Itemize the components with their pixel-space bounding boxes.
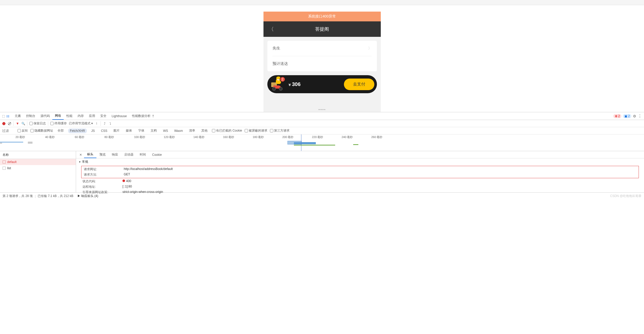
settings-icon[interactable]: ⚙ xyxy=(633,114,636,118)
timeline-tick: 20 毫秒 xyxy=(15,135,25,139)
filter-media[interactable]: 媒体 xyxy=(124,128,134,133)
invert-checkbox[interactable]: 反转 xyxy=(18,129,28,133)
filter-manifest[interactable]: 清单 xyxy=(187,128,197,133)
remote-addr-label: 远程地址: xyxy=(82,185,122,189)
remote-addr-value: [::1]:80 xyxy=(122,185,132,189)
device-toggle-icon[interactable]: ⫿⫿ xyxy=(6,114,10,118)
request-list: 名称 default list xyxy=(0,151,76,192)
detail-tab-response[interactable]: 响应 xyxy=(109,151,121,158)
download-icon[interactable]: ⤵ xyxy=(109,122,112,125)
tab-lighthouse[interactable]: Lighthouse xyxy=(109,112,129,120)
eta-row: 预计送达 xyxy=(273,56,372,71)
request-icon xyxy=(3,167,6,170)
filter-all[interactable]: 全部 xyxy=(56,128,65,133)
watermark: CSDN @吃饱饱坏蜀黍 xyxy=(610,194,641,198)
timeline-tick: 240 毫秒 xyxy=(342,135,353,139)
filter-input[interactable] xyxy=(2,129,15,133)
throttle-select[interactable]: 已停用节流模式 ▾ xyxy=(69,121,93,126)
record-button[interactable] xyxy=(2,122,6,125)
request-detail-pane: ✕ 标头 预览 响应 启动器 时间 Cookie ▼ 常规 请求网址:http:… xyxy=(76,151,644,192)
timeline-tick: 60 毫秒 xyxy=(75,135,84,139)
pay-button[interactable]: 去支付 xyxy=(344,79,374,90)
filter-ws[interactable]: WS xyxy=(161,129,170,133)
info-badge[interactable]: ▣ 2 xyxy=(623,114,631,118)
filter-img[interactable]: 图片 xyxy=(112,128,121,133)
filter-fetch-xhr[interactable]: Fetch/XHR xyxy=(68,129,87,133)
cart-bar: 2 ￥306 去支付 xyxy=(267,75,377,93)
tab-network[interactable]: 网络 xyxy=(52,112,64,120)
devtools-tabs: ⬚ ⫿⫿ 元素 控制台 源代码 网络 性能 内存 应用 安全 Lighthous… xyxy=(0,112,644,120)
preserve-log-checkbox[interactable]: 保留日志 xyxy=(29,121,46,126)
status-code-value: 400 xyxy=(122,179,131,184)
order-card: 先生 〉 预计送达 xyxy=(267,41,377,71)
addressee-label: 先生 xyxy=(273,46,280,51)
addressee-row[interactable]: 先生 〉 xyxy=(273,41,372,56)
tab-profiler[interactable]: 性能数据分析 ⭱ xyxy=(129,112,157,120)
third-party-checkbox[interactable]: 第三方请求 xyxy=(270,129,290,133)
triangle-down-icon: ▼ xyxy=(79,161,81,163)
filter-js[interactable]: JS xyxy=(89,129,97,133)
detail-tabs: ✕ 标头 预览 响应 启动器 时间 Cookie xyxy=(76,151,644,158)
filter-other[interactable]: 其他 xyxy=(200,128,209,133)
filter-toggle-icon[interactable]: ▼ xyxy=(16,122,19,125)
blocked-cookies-checkbox[interactable]: 有已拦截的 Cookie xyxy=(212,129,242,133)
timeline-tick: 80 毫秒 xyxy=(104,135,114,139)
detail-tab-headers[interactable]: 标头 xyxy=(84,151,96,158)
referrer-policy-value: strict-origin-when-cross-origin xyxy=(122,190,163,194)
request-row-list[interactable]: list xyxy=(0,165,76,171)
back-arrow-icon[interactable]: 〈 xyxy=(269,26,274,33)
timeline-tick: 200 毫秒 xyxy=(282,135,293,139)
eta-label: 预计送达 xyxy=(273,61,288,66)
detail-tab-preview[interactable]: 预览 xyxy=(96,151,109,158)
tab-performance[interactable]: 性能 xyxy=(64,112,75,120)
tab-console[interactable]: 控制台 xyxy=(23,112,38,120)
request-count: 第 2 项请求，共 28 项 xyxy=(3,194,33,198)
tab-elements[interactable]: 元素 xyxy=(12,112,23,120)
chevron-right-icon: 〉 xyxy=(368,46,372,51)
tab-memory[interactable]: 内存 xyxy=(75,112,86,120)
tab-security[interactable]: 安全 xyxy=(98,112,109,120)
app-header: 〈 菩提阁 xyxy=(263,21,381,37)
upload-icon[interactable]: ⤴ xyxy=(103,122,106,125)
highlighted-request-info: 请求网址:http://localhost/addressBook/defaul… xyxy=(81,166,639,178)
detail-tab-cookies[interactable]: Cookie xyxy=(149,151,165,158)
filter-doc[interactable]: 文档 xyxy=(149,128,159,133)
network-timeline[interactable]: 20 毫秒40 毫秒60 毫秒80 毫秒100 毫秒120 毫秒140 毫秒16… xyxy=(0,134,644,151)
search-icon[interactable]: 🔍 xyxy=(21,122,25,125)
more-icon[interactable]: ⋮ xyxy=(638,114,642,118)
detail-tab-timing[interactable]: 时间 xyxy=(137,151,149,158)
timeline-tick: 220 毫秒 xyxy=(312,135,323,139)
timeline-tick: 100 毫秒 xyxy=(134,135,145,139)
timeline-tick: 160 毫秒 xyxy=(223,135,234,139)
filter-css[interactable]: CSS xyxy=(99,129,109,133)
filter-wasm[interactable]: Wasm xyxy=(172,129,185,133)
disable-cache-checkbox[interactable]: 停用缓存 xyxy=(50,121,67,126)
filter-bar: 反转 隐藏数据网址 全部 Fetch/XHR JS CSS 图片 媒体 字体 文… xyxy=(0,127,644,134)
filter-font[interactable]: 字体 xyxy=(136,128,146,133)
timeline-tick: 180 毫秒 xyxy=(253,135,264,139)
resize-handle-bottom[interactable]: ═══ xyxy=(318,108,326,111)
timeline-tick: 140 毫秒 xyxy=(193,135,204,139)
request-row-default[interactable]: default xyxy=(0,159,76,165)
viewport-ruler xyxy=(0,0,644,5)
hide-data-urls-checkbox[interactable]: 隐藏数据网址 xyxy=(30,129,53,133)
list-header-name[interactable]: 名称 xyxy=(0,151,76,159)
detail-tab-initiator[interactable]: 启动器 xyxy=(121,151,137,158)
wifi-icon[interactable]: ⌇ xyxy=(95,122,98,125)
status-code-label: 状态代码: xyxy=(82,179,122,184)
tab-application[interactable]: 应用 xyxy=(86,112,98,120)
inspect-icon[interactable]: ⬚ xyxy=(2,114,5,118)
timeline-tick: 120 毫秒 xyxy=(164,135,175,139)
blocked-requests-checkbox[interactable]: 被屏蔽的请求 xyxy=(245,129,267,133)
tab-sources[interactable]: 源代码 xyxy=(38,112,52,120)
timeline-tick: 40 毫秒 xyxy=(45,135,55,139)
section-general[interactable]: ▼ 常规 xyxy=(76,158,644,165)
cart-rider-icon[interactable]: 2 xyxy=(271,78,284,91)
close-detail-icon[interactable]: ✕ xyxy=(77,153,84,157)
clear-button[interactable] xyxy=(8,122,11,125)
request-icon xyxy=(3,160,6,164)
cart-badge: 2 xyxy=(280,76,285,82)
error-badge[interactable]: ⊗ 2 xyxy=(613,114,622,118)
devtools-panel: ⬚ ⫿⫿ 元素 控制台 源代码 网络 性能 内存 应用 安全 Lighthous… xyxy=(0,112,644,200)
timeline-tick: 260 毫秒 xyxy=(371,135,382,139)
